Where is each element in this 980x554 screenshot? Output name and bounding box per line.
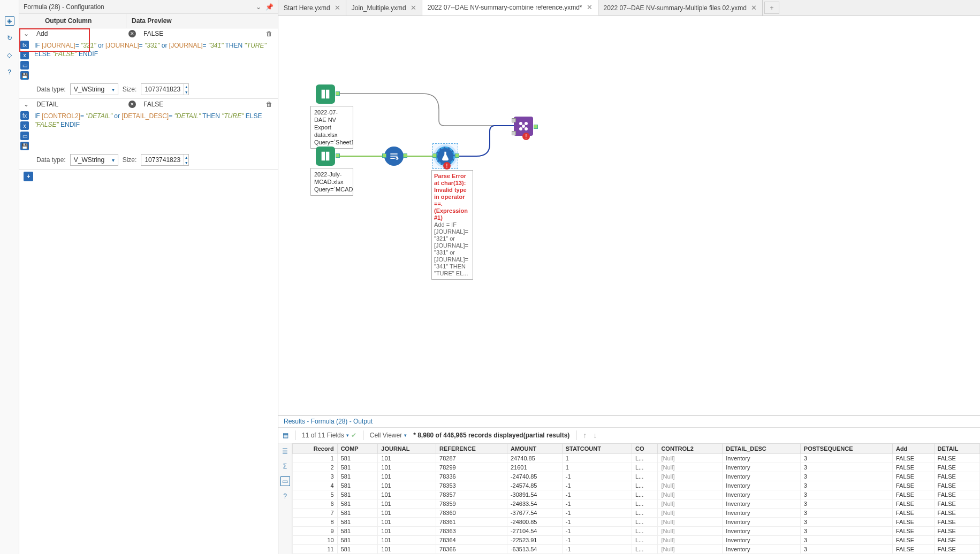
messages-view-icon[interactable]: ☰ (280, 447, 290, 456)
close-icon[interactable]: ✕ (751, 4, 757, 12)
clear-icon[interactable]: ✕ (128, 101, 136, 108)
column-header[interactable]: POSTSEQUENCE (800, 444, 892, 454)
output-anchor[interactable] (534, 125, 538, 129)
formula-expression-editor[interactable]: IF [CONTROL2]= "DETAIL" or [DETAIL_DESC]… (30, 110, 278, 152)
tag-icon[interactable]: ◇ (5, 50, 14, 60)
column-header[interactable]: COMP (337, 444, 378, 454)
column-header[interactable]: Add (892, 444, 934, 454)
close-icon[interactable]: ✕ (587, 3, 592, 11)
layout-icon[interactable]: ▤ (283, 432, 288, 439)
table-row[interactable]: 958110178363-27104.54-1L...[Null]Invento… (293, 527, 980, 536)
formula-sidebar-button[interactable]: 💾 (20, 142, 29, 150)
expand-icon[interactable]: ⌄ (24, 101, 31, 108)
formula-sidebar-button[interactable]: x (20, 51, 29, 59)
close-icon[interactable]: ✕ (411, 4, 416, 12)
workflow-tab[interactable]: Start Here.yxmd✕ (278, 0, 346, 16)
tab-label: Join_Multiple.yxmd (352, 4, 406, 12)
workflow-tab[interactable]: Join_Multiple.yxmd✕ (346, 0, 422, 16)
add-formula-button[interactable]: + (24, 172, 33, 181)
table-row[interactable]: 15811017828724740.851L...[Null]Inventory… (293, 454, 980, 463)
formula-sidebar-button[interactable]: fx (20, 111, 29, 120)
table-row[interactable]: 358110178336-24740.85-1L...[Null]Invento… (293, 472, 980, 481)
input-anchor[interactable] (512, 118, 516, 122)
pin-icon[interactable]: 📌 (265, 3, 274, 11)
workflow-tab[interactable]: 2022 07--DAE NV-summary-combine referenc… (422, 0, 598, 16)
output-column-name[interactable]: DETAIL (34, 101, 125, 108)
column-header[interactable]: CONTROL2 (658, 444, 723, 454)
data-type-label: Data type: (36, 156, 66, 164)
svg-point-3 (519, 127, 522, 130)
column-header[interactable]: AMOUNT (507, 444, 562, 454)
results-view-rail: ☰ Σ ▭ ? (278, 443, 292, 554)
close-icon[interactable]: ✕ (335, 4, 340, 12)
table-row[interactable]: 1158110178366-63513.54-1L...[Null]Invent… (293, 545, 980, 554)
output-column-name[interactable]: Add (34, 30, 125, 37)
formula-sidebar-button[interactable]: ▭ (20, 132, 29, 140)
next-arrow-icon[interactable]: ↓ (593, 431, 597, 440)
formula-sidebar-button[interactable]: ▭ (20, 61, 29, 70)
column-header[interactable]: DETAIL (934, 444, 979, 454)
table-row[interactable]: 458110178353-24574.85-1L...[Null]Invento… (293, 481, 980, 490)
table-row[interactable]: 1058110178364-22523.91-1L...[Null]Invent… (293, 536, 980, 545)
input-tool-2[interactable] (316, 147, 335, 166)
new-tab-button[interactable]: + (764, 2, 779, 14)
config-icon[interactable]: ◈ (5, 16, 14, 26)
table-row[interactable]: 858110178361-24800.85-1L...[Null]Invento… (293, 518, 980, 527)
error-indicator-icon[interactable]: ! (443, 162, 451, 170)
output-anchor[interactable] (403, 153, 407, 158)
table-view-icon[interactable]: ▭ (280, 476, 290, 486)
formula-sidebar-button[interactable]: fx (20, 41, 29, 49)
tab-label: 2022 07--DAE NV-summary-Multiple files 0… (604, 4, 747, 12)
input-anchor[interactable] (432, 153, 437, 158)
table-row[interactable]: 558110178357-30891.54-1L...[Null]Invento… (293, 490, 980, 499)
table-row[interactable]: 758110178360-37677.54-1L...[Null]Invento… (293, 509, 980, 518)
refresh-icon[interactable]: ↻ (5, 33, 14, 43)
workflow-canvas[interactable]: 2022-07-DAE NV Export data.xlsx Query=`S… (278, 16, 980, 415)
workflow-tab[interactable]: 2022 07--DAE NV-summary-Multiple files 0… (598, 0, 763, 16)
column-header[interactable]: DETAIL_DESC (723, 444, 801, 454)
collapse-icon[interactable]: ⌄ (256, 3, 261, 11)
error-indicator-icon[interactable]: ! (522, 133, 530, 140)
delete-icon[interactable]: 🗑 (266, 30, 274, 37)
input-tool-1[interactable] (316, 84, 335, 104)
workflow-tabs: Start Here.yxmd✕Join_Multiple.yxmd✕2022 … (278, 0, 980, 16)
input-2-label: 2022-July-MCAD.xlsx Query=`MCAD$` (310, 168, 353, 196)
size-input[interactable]: 1073741823▲▼ (141, 83, 189, 95)
output-anchor[interactable] (336, 91, 340, 96)
table-row[interactable]: 658110178359-24633.54-1L...[Null]Invento… (293, 499, 980, 509)
column-header[interactable]: Record (293, 444, 338, 454)
data-preview-header: Data Preview (126, 14, 278, 28)
column-header[interactable]: CO (632, 444, 657, 454)
fields-dropdown[interactable]: 11 of 11 Fields ▾ ✔ (302, 432, 356, 439)
sigma-view-icon[interactable]: Σ (280, 461, 290, 471)
column-header[interactable]: STATCOUNT (562, 444, 632, 454)
column-header[interactable]: JOURNAL (378, 444, 436, 454)
input-anchor[interactable] (382, 153, 386, 158)
expand-icon[interactable]: ⌄ (24, 30, 31, 37)
prev-arrow-icon[interactable]: ↑ (583, 431, 587, 440)
svg-point-1 (519, 122, 522, 125)
clear-icon[interactable]: ✕ (128, 30, 136, 37)
help-icon[interactable]: ? (5, 67, 14, 77)
data-type-label: Data type: (36, 86, 66, 93)
size-input[interactable]: 1073741823▲▼ (141, 154, 189, 166)
tab-label: Start Here.yxmd (284, 4, 330, 12)
formula-expression-editor[interactable]: IF [JOURNAL]= "321" or [JOURNAL]= "331" … (30, 39, 278, 81)
input-anchor[interactable] (512, 131, 516, 135)
formula-sidebar-button[interactable]: x (20, 121, 29, 130)
cell-viewer-dropdown[interactable]: Cell Viewer ▾ (370, 432, 407, 439)
data-type-select[interactable]: V_WString▾ (70, 83, 118, 95)
formula-sidebar-button[interactable]: 💾 (20, 71, 29, 80)
table-row[interactable]: 258110178299216011L...[Null]Inventory3FA… (293, 463, 980, 472)
output-anchor[interactable] (455, 153, 459, 158)
column-header[interactable]: REFERENCE (436, 444, 507, 454)
output-anchor[interactable] (336, 153, 340, 158)
input-1-label: 2022-07-DAE NV Export data.xlsx Query=`S… (310, 106, 353, 149)
help-view-icon[interactable]: ? (280, 491, 290, 501)
data-type-select[interactable]: V_WString▾ (70, 154, 118, 166)
delete-icon[interactable]: 🗑 (266, 101, 274, 108)
select-tool[interactable] (384, 147, 404, 166)
results-table[interactable]: RecordCOMPJOURNALREFERENCEAMOUNTSTATCOUN… (292, 443, 980, 554)
svg-point-5 (522, 125, 525, 128)
record-count: * 8,980 of 446,965 records displayed(par… (413, 432, 569, 439)
